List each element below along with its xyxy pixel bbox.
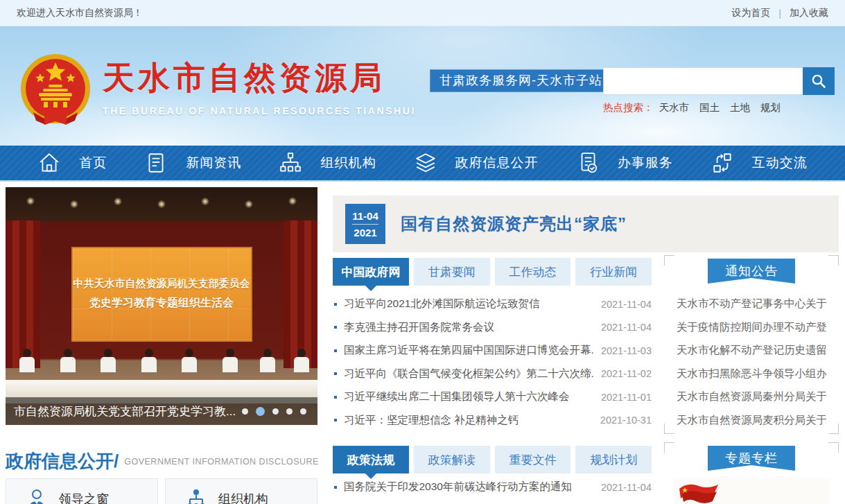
card-organization[interactable]: 组织机构 — [165, 478, 317, 504]
top-news-banner[interactable]: 11-04 2021 国有自然资源资产亮出“家底” — [333, 195, 839, 252]
carousel-dot[interactable] — [242, 408, 248, 415]
policy-list-item[interactable]: 国务院关于印发2030年前碳达峰行动方案的通知 2021-11-04 — [333, 476, 652, 499]
corner-decoration — [664, 424, 674, 434]
nav-item-info-disclosure[interactable]: 政府信息公开 — [414, 151, 539, 175]
nav-item-news[interactable]: 新闻资讯 — [144, 151, 241, 175]
special-title-ribbon[interactable]: 专题专栏 — [708, 446, 795, 471]
top-news-headline[interactable]: 国有自然资源资产亮出“家底” — [401, 213, 627, 235]
gov-service-badge[interactable]: 甘肃政务服务网-天水市子站 — [430, 69, 612, 92]
news-title[interactable]: 习近平继续出席二十国集团领导人第十六次峰会 — [344, 390, 594, 404]
hot-keyword[interactable]: 天水市 — [659, 101, 690, 114]
red-flag-icon — [678, 480, 722, 504]
tab-planning[interactable]: 规划计划 — [575, 446, 652, 473]
notice-item[interactable]: 天水市自然资源局麦积分局关于... — [677, 408, 826, 432]
card-leadership[interactable]: 领导之窗 — [6, 478, 158, 504]
nav-item-organization[interactable]: 组织机构 — [279, 151, 376, 175]
layers-icon — [414, 151, 437, 175]
carousel-caption[interactable]: 市自然资源局机关党支部召开党史学习教... — [14, 403, 242, 419]
main-nav: 首页 新闻资讯 组织机构 政府信息公开 办事服务 互动交流 — [0, 146, 845, 182]
hot-keyword[interactable]: 土地 — [730, 101, 750, 114]
news-list: 习近平向2021北外滩国际航运论坛致贺信 2021-11-04 李克强主持召开国… — [333, 293, 652, 432]
nav-label: 互动交流 — [752, 154, 808, 172]
disclosure-cards: 领导之窗 组织机构 — [6, 478, 317, 504]
hot-keyword[interactable]: 规划 — [760, 101, 781, 114]
policy-date: 2021-11-04 — [601, 482, 652, 493]
carousel[interactable]: 中共天水市自然资源局机关支部委员会 党史学习教育专题组织生活会 市自然资源局机关… — [6, 187, 317, 425]
set-home-link[interactable]: 设为首页 — [731, 7, 770, 19]
tab-gansu-news[interactable]: 甘肃要闻 — [414, 258, 490, 286]
nav-label: 政府信息公开 — [455, 154, 539, 172]
special-banner[interactable]: 学习宣传贯彻 — [674, 478, 829, 504]
carousel-dot[interactable] — [272, 408, 279, 415]
news-list-item[interactable]: 习近平向2021北外滩国际航运论坛致贺信 2021-11-04 — [333, 293, 652, 316]
bullet-icon — [334, 326, 337, 329]
news-title[interactable]: 国家主席习近平将在第四届中国国际进口博览会开幕... — [344, 343, 594, 358]
news-title[interactable]: 习近平向《联合国气候变化框架公约》第二十六次缔... — [344, 367, 594, 381]
nav-item-home[interactable]: 首页 — [37, 151, 107, 175]
news-list-item[interactable]: 国家主席习近平将在第四届中国国际进口博览会开幕... 2021-11-03 — [333, 339, 652, 363]
hot-keyword[interactable]: 国土 — [699, 101, 720, 114]
news-list-item[interactable]: 习近平向《联合国气候变化框架公约》第二十六次缔... 2021-11-02 — [333, 363, 652, 386]
add-favorite-link[interactable]: 加入收藏 — [790, 7, 828, 19]
search-input[interactable] — [604, 68, 803, 94]
nav-label: 新闻资讯 — [186, 154, 241, 172]
search-button[interactable] — [803, 67, 835, 95]
carousel-dot-active[interactable] — [256, 407, 265, 416]
tab-important-documents[interactable]: 重要文件 — [495, 446, 571, 473]
tab-work-dynamics[interactable]: 工作动态 — [495, 258, 571, 286]
notice-item[interactable]: 关于疫情防控期间办理不动产登... — [677, 315, 826, 339]
hot-search-label: 热点搜索： — [603, 101, 654, 114]
news-date: 2021-11-04 — [601, 322, 652, 333]
news-title[interactable]: 习近平：坚定理想信念 补足精神之钙 — [344, 413, 593, 428]
news-date: 2021-11-01 — [601, 392, 652, 403]
meeting-people — [6, 349, 317, 382]
bullet-icon — [334, 396, 337, 399]
disclosure-section-header: 政府信息公开/ GOVERNMENT INFORMATION DISCLOSUR… — [6, 449, 317, 473]
carousel-dot[interactable] — [286, 408, 293, 415]
news-date: 2021-11-02 — [601, 368, 652, 379]
carousel-image: 中共天水市自然资源局机关支部委员会 党史学习教育专题组织生活会 — [6, 187, 317, 425]
policy-title[interactable]: 国务院关于印发2030年前碳达峰行动方案的通知 — [344, 480, 594, 494]
special-column-panel: 专题专栏 学习宣传贯彻 — [664, 442, 839, 504]
corner-decoration — [664, 255, 674, 266]
divider: | — [778, 8, 781, 19]
notice-item[interactable]: 天水市扫黑除恶斗争领导小组办... — [677, 362, 826, 385]
carousel-dots — [242, 407, 306, 416]
tab-china-gov[interactable]: 中国政府网 — [333, 258, 409, 286]
notice-panel: 通知公告 天水市不动产登记事务中心关于... 关于疫情防控期间办理不动产登...… — [664, 255, 839, 434]
date-year: 2021 — [354, 225, 376, 238]
news-title[interactable]: 习近平向2021北外滩国际航运论坛致贺信 — [344, 297, 594, 311]
carousel-caption-bar: 市自然资源局机关党支部召开党史学习教... — [6, 397, 317, 425]
news-title[interactable]: 李克强主持召开国务院常务会议 — [344, 320, 594, 335]
org-icon — [279, 151, 302, 175]
news-list-item[interactable]: 习近平：坚定理想信念 补足精神之钙 2021-10-31 — [333, 409, 652, 433]
search-box — [603, 67, 835, 95]
corner-decoration — [828, 442, 839, 453]
sitemap-icon — [185, 488, 207, 504]
bullet-icon — [334, 486, 337, 489]
notice-title-ribbon[interactable]: 通知公告 — [708, 259, 795, 284]
nav-item-interaction[interactable]: 互动交流 — [711, 151, 808, 175]
carousel-dot[interactable] — [300, 408, 306, 415]
notice-item[interactable]: 天水市不动产登记事务中心关于... — [677, 292, 826, 315]
tab-policy-interpretation[interactable]: 政策解读 — [414, 446, 490, 473]
disclosure-subtitle: GOVERNMENT INFORMATION DISCLOSURE — [124, 457, 319, 467]
news-list-item[interactable]: 习近平继续出席二十国集团领导人第十六次峰会 2021-11-01 — [333, 385, 652, 409]
page: { "topbar": { "welcome": "欢迎进入天水市自然资源局！"… — [0, 0, 845, 504]
news-icon — [144, 151, 168, 175]
top-news-date-badge: 11-04 2021 — [345, 204, 385, 244]
notice-item[interactable]: 天水市化解不动产登记历史遗留... — [677, 338, 826, 362]
tab-industry-news[interactable]: 行业新闻 — [575, 258, 652, 286]
news-list-item[interactable]: 李克强主持召开国务院常务会议 2021-11-04 — [333, 316, 652, 340]
card-label: 组织机构 — [218, 491, 268, 504]
nav-label: 首页 — [79, 154, 107, 172]
disclosure-title: 政府信息公开/ — [6, 449, 119, 473]
service-icon — [576, 151, 600, 175]
tab-policy-regulations[interactable]: 政策法规 — [333, 446, 409, 473]
screen-text-line2: 党史学习教育专题组织生活会 — [89, 296, 234, 311]
ceiling-lights — [6, 193, 317, 214]
top-bar: 欢迎进入天水市自然资源局！ 设为首页 | 加入收藏 — [0, 0, 845, 26]
home-icon — [37, 151, 61, 175]
notice-item[interactable]: 天水市自然资源局秦州分局关于... — [677, 385, 826, 408]
nav-item-services[interactable]: 办事服务 — [576, 151, 673, 175]
